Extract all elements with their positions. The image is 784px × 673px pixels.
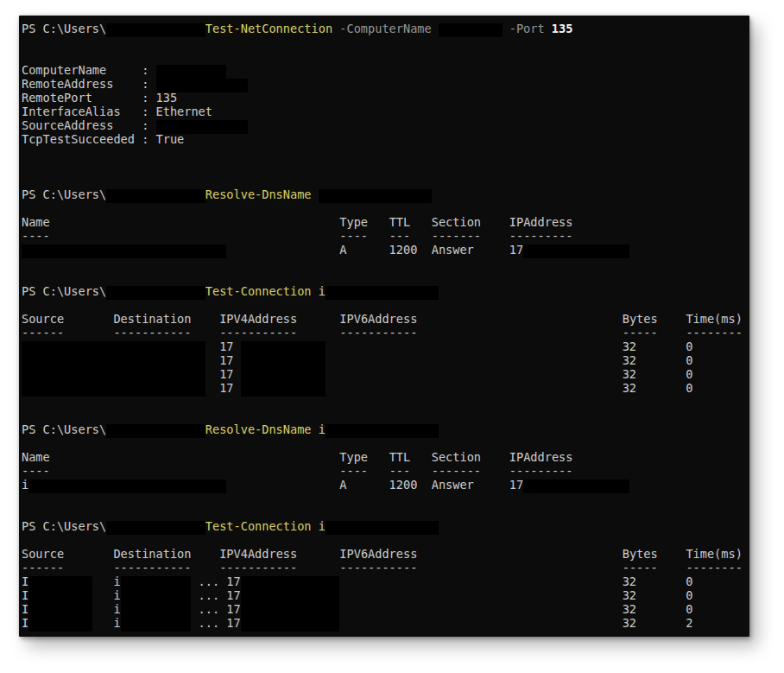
terminal-text: IPAddress [509, 215, 573, 229]
terminal-text: IPV4Address [219, 547, 297, 561]
terminal-line: SourceAddress : [22, 118, 749, 132]
terminal-text: 1200 [389, 243, 418, 257]
terminal-text: ----- [623, 561, 658, 575]
terminal-text: 17 [219, 381, 233, 395]
terminal-line: Name Type TTL Section IPAddress [22, 215, 749, 229]
terminal-text: 32 [623, 367, 636, 381]
terminal-text: Answer [432, 478, 474, 492]
redaction-box [523, 244, 629, 258]
terminal-text: Resolve-DnsName [205, 187, 312, 201]
terminal-line: PS C:\Users\Resolve-DnsName [22, 187, 749, 201]
terminal-text: Test-Connection [205, 284, 312, 298]
redaction-box [326, 286, 439, 300]
redaction-box [319, 189, 432, 203]
terminal-text: RemotePort [22, 91, 92, 105]
terminal-text: ----- [623, 326, 658, 340]
terminal-text: 0 [686, 575, 692, 588]
terminal-text: IPV4Address [219, 312, 297, 326]
terminal-text: Name [22, 215, 50, 229]
terminal-text: --- [389, 464, 411, 478]
terminal-text: Test-Connection [205, 519, 312, 533]
terminal-line: 17 32 0 [22, 381, 749, 395]
terminal-text: 32 [623, 340, 636, 353]
terminal-line: Source Destination IPV4Address IPV6Addre… [22, 312, 749, 326]
terminal-text: 0 [686, 367, 692, 381]
terminal-window[interactable]: PS C:\Users\Test-NetConnection -Computer… [19, 16, 749, 637]
terminal-text: 17 [219, 367, 233, 381]
redaction-box [241, 383, 326, 397]
terminal-line: A 1200 Answer 17 [22, 243, 749, 257]
terminal-text: 17 [509, 478, 523, 492]
terminal-line: ------ ----------- ----------- ---------… [22, 561, 749, 575]
terminal-text: 1200 [389, 478, 418, 492]
redaction-box [22, 369, 205, 383]
terminal-text: Destination [113, 547, 191, 561]
terminal-line: PS C:\Users\Resolve-DnsName i [22, 422, 749, 436]
terminal-text: PS C:\Users\ [22, 22, 106, 35]
redaction-box [241, 576, 340, 590]
terminal-text: ... 17 [191, 616, 240, 630]
terminal-text: i [319, 422, 326, 436]
redaction-box [28, 618, 92, 632]
redaction-box [241, 355, 326, 369]
terminal-text: ------ [22, 326, 64, 340]
terminal-line [22, 505, 749, 519]
terminal-text: 0 [686, 353, 692, 367]
terminal-text: 32 [623, 353, 636, 367]
terminal-text: SourceAddress [22, 118, 113, 132]
terminal-text: Bytes [623, 312, 658, 326]
terminal-text: : [142, 77, 155, 91]
redaction-box [326, 424, 439, 438]
terminal-text: Answer [432, 243, 474, 257]
redaction-box [156, 120, 248, 134]
terminal-line: ---- ---- --- ------- --------- [22, 229, 749, 243]
terminal-line [22, 174, 749, 187]
terminal-text: i [22, 478, 28, 492]
redaction-box [439, 23, 503, 37]
terminal-text: TTL [389, 215, 411, 229]
terminal-line: ---- ---- --- ------- --------- [22, 464, 749, 478]
terminal-text: ---- [22, 229, 50, 243]
terminal-text: ... 17 [191, 588, 240, 602]
terminal-text: -------- [686, 561, 742, 575]
redaction-box [241, 618, 340, 632]
terminal-line [22, 146, 749, 160]
terminal-line [22, 201, 749, 215]
terminal-text: --- [389, 229, 411, 243]
redaction-box [121, 576, 192, 590]
terminal-text: Type [339, 450, 368, 464]
terminal-line [22, 492, 749, 505]
terminal-text: PS C:\Users\ [22, 284, 106, 298]
terminal-text: I [22, 602, 28, 616]
redaction-box [106, 424, 205, 438]
terminal-text: -ComputerName [339, 22, 431, 35]
terminal-line [22, 298, 749, 312]
terminal-text: ---- [339, 464, 368, 478]
terminal-text: RemoteAddress [22, 77, 113, 91]
terminal-text: 32 [623, 381, 636, 395]
terminal-text: 17 [219, 353, 233, 367]
terminal-line: i A 1200 Answer 17 [22, 478, 749, 492]
terminal-body: PS C:\Users\Test-NetConnection -Computer… [22, 22, 749, 630]
terminal-text: 135 [552, 22, 573, 35]
redaction-box [241, 369, 326, 383]
terminal-text: 32 [623, 588, 636, 602]
terminal-text: 2 [686, 616, 692, 630]
redaction-box [28, 590, 92, 604]
redaction-box [121, 604, 192, 618]
terminal-line [22, 49, 749, 63]
terminal-text: 32 [623, 616, 636, 630]
terminal-text: Section [432, 450, 481, 464]
terminal-text: TTL [389, 450, 411, 464]
terminal-text: 0 [686, 340, 692, 353]
terminal-text: : 135 [142, 91, 177, 105]
terminal-text: : [142, 63, 155, 77]
terminal-text: I [22, 616, 28, 630]
terminal-text: i [113, 602, 120, 616]
terminal-line [22, 533, 749, 547]
terminal-text: ---- [22, 464, 50, 478]
redaction-box [241, 604, 340, 618]
terminal-text: 0 [686, 602, 692, 616]
terminal-line: 17 32 0 [22, 353, 749, 367]
terminal-text: 32 [623, 602, 636, 616]
